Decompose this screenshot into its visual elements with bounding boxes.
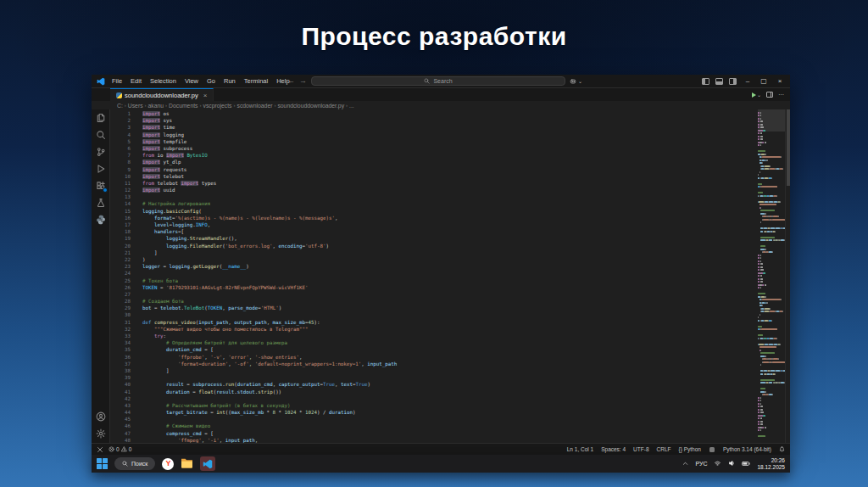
language-indicator[interactable]: РУС <box>695 461 707 467</box>
tab-close-icon[interactable]: × <box>203 92 208 99</box>
split-editor-button[interactable] <box>766 92 773 98</box>
code-line[interactable]: 2import sys <box>110 117 758 124</box>
close-button[interactable]: × <box>775 78 785 85</box>
code-line[interactable]: 16 format='%(asctime)s - %(name)s - %(le… <box>110 215 758 221</box>
extensions-icon[interactable] <box>95 180 107 192</box>
run-python-file-button[interactable]: ⌄ <box>752 92 761 98</box>
code-line[interactable]: 47 compress_cmd = [ <box>110 430 758 437</box>
code-line[interactable]: 1import os <box>110 110 758 117</box>
code-line[interactable]: 15logging.basicConfig( <box>110 208 758 215</box>
code-line[interactable]: 10import telebot <box>110 173 758 180</box>
code-line[interactable]: 20 logging.FileHandler('bot_errors.log',… <box>110 243 758 249</box>
code-line[interactable]: 25# Токен бота <box>110 277 758 284</box>
breadcrumb-item[interactable]: ... <box>349 103 354 109</box>
battery-icon[interactable] <box>742 461 750 467</box>
menu-item-view[interactable]: View <box>181 76 202 87</box>
toggle-panel-button[interactable] <box>715 78 723 85</box>
code-line[interactable]: 8import yt_dlp <box>110 159 758 165</box>
menu-item-selection[interactable]: Selection <box>147 76 180 87</box>
back-arrow-icon[interactable]: ← <box>287 77 295 85</box>
code-line[interactable]: 23logger = logging.getLogger(__name__) <box>110 263 758 270</box>
minimize-button[interactable]: – <box>743 78 753 85</box>
code-line[interactable]: 11from telebot import types <box>110 180 758 187</box>
code-line[interactable]: 17 level=logging.INFO, <box>110 221 758 228</box>
code-line[interactable]: 14# Настройка логирования <box>110 200 758 207</box>
breadcrumb-item[interactable]: Users <box>128 103 143 109</box>
menu-item-go[interactable]: Go <box>203 76 219 87</box>
settings-gear-icon[interactable] <box>95 428 107 439</box>
code-line[interactable]: 26TOKEN = '8179293101:AAGvLgt-82rNEvpnFQ… <box>110 284 758 291</box>
menu-item-file[interactable]: File <box>108 76 125 87</box>
maximize-button[interactable]: ▢ <box>759 78 769 85</box>
tray-chevron-up-icon[interactable] <box>682 461 688 467</box>
code-line[interactable]: 19 logging.StreamHandler(), <box>110 235 758 242</box>
toggle-secondary-sidebar-button[interactable] <box>729 78 737 85</box>
editor[interactable]: 1import os2import sys3import time4import… <box>110 109 758 443</box>
code-line[interactable]: 5import tempfile <box>110 138 758 145</box>
code-line[interactable]: 36 'ffprobe', '-v', 'error', '-show_entr… <box>110 354 758 361</box>
taskbar-search[interactable]: Поиск <box>114 457 155 470</box>
breadcrumb-item[interactable]: scdownloader <box>236 103 272 109</box>
code-line[interactable]: 35 duration_cmd = [ <box>110 346 758 353</box>
code-line[interactable]: 13 <box>110 193 758 200</box>
file-explorer-icon[interactable] <box>181 456 193 472</box>
minimap[interactable] <box>758 109 785 443</box>
code-line[interactable]: 29bot = telebot.TeleBot(TOKEN, parse_mod… <box>110 305 758 311</box>
breadcrumb-item[interactable]: soundclouddownloader.py <box>277 103 344 109</box>
start-button[interactable] <box>97 458 108 469</box>
code-line[interactable]: 41 duration = float(result.stdout.strip(… <box>110 389 758 395</box>
code-line[interactable]: 44 target_bitrate = int((max_size_mb * 8… <box>110 409 758 416</box>
code-line[interactable]: 39 <box>110 374 758 381</box>
code-line[interactable]: 18 handlers=[ <box>110 228 758 235</box>
formatter-button[interactable] <box>709 446 715 453</box>
encoding-button[interactable]: UTF-8 <box>633 446 648 452</box>
wifi-icon[interactable] <box>714 460 721 467</box>
forward-arrow-icon[interactable]: → <box>299 77 307 85</box>
code-line[interactable]: 22) <box>110 256 758 263</box>
menu-item-edit[interactable]: Edit <box>127 76 145 87</box>
toggle-sidebar-button[interactable] <box>702 78 709 85</box>
code-line[interactable]: 3import time <box>110 124 758 131</box>
search-icon[interactable] <box>95 129 107 141</box>
code-line[interactable]: 31def compress_video(input_path, output_… <box>110 319 758 326</box>
problems-button[interactable]: 0 0 <box>108 446 131 452</box>
breadcrumb-item[interactable]: akanu <box>148 103 164 109</box>
cursor-position-button[interactable]: Ln 1, Col 1 <box>567 446 593 452</box>
code-line[interactable]: 46 # Сжимаем видео <box>110 423 758 429</box>
command-center-search[interactable]: Search <box>311 76 565 86</box>
python-interpreter-button[interactable]: Python 3.14 (64-bit) <box>723 446 771 452</box>
breadcrumb[interactable]: C:›Users›akanu›Documents›vscprojects›scd… <box>92 101 790 109</box>
python-extension-icon[interactable] <box>95 214 107 226</box>
taskbar-clock[interactable]: 20:26 18.12.2025 <box>757 457 785 471</box>
code-line[interactable]: 24 <box>110 270 758 277</box>
eol-button[interactable]: CRLF <box>657 446 671 452</box>
code-line[interactable]: 33 try: <box>110 333 758 339</box>
volume-icon[interactable] <box>728 460 735 467</box>
code-line[interactable]: 30 <box>110 311 758 318</box>
run-debug-icon[interactable] <box>95 163 107 175</box>
code-line[interactable]: 12import uuid <box>110 187 758 193</box>
code-line[interactable]: 21 ] <box>110 249 758 256</box>
remote-indicator-button[interactable] <box>97 446 103 453</box>
code-line[interactable]: 34 # Определяем битрейт для целевого раз… <box>110 339 758 346</box>
code-line[interactable]: 43 # Рассчитываем битрейт (в битах в сек… <box>110 402 758 409</box>
yandex-browser-icon[interactable]: Y <box>162 458 174 470</box>
code-line[interactable]: 6import subprocess <box>110 145 758 152</box>
code-line[interactable]: 4import logging <box>110 132 758 138</box>
code-line[interactable]: 27 <box>110 291 758 298</box>
source-control-icon[interactable] <box>95 146 107 158</box>
code-line[interactable]: 48 'ffmpeg', '-i', input_path, <box>110 437 758 443</box>
language-mode-button[interactable]: {} Python <box>679 446 701 452</box>
breadcrumb-item[interactable]: Documents <box>169 103 198 109</box>
vscode-taskbar-icon[interactable] <box>200 456 215 471</box>
notifications-button[interactable] <box>779 446 785 452</box>
code-line[interactable]: 7from io import BytesIO <box>110 152 758 159</box>
breadcrumb-item[interactable]: vscprojects <box>203 103 231 109</box>
code-line[interactable]: 45 <box>110 416 758 423</box>
code-line[interactable]: 37 'format=duration', '-of', 'default=no… <box>110 361 758 367</box>
code-line[interactable]: 38 ] <box>110 367 758 374</box>
editor-scrollbar[interactable] <box>785 109 790 443</box>
account-icon[interactable] <box>95 411 107 423</box>
code-line[interactable]: 9import requests <box>110 166 758 173</box>
copilot-button[interactable]: ⌄ <box>570 78 582 85</box>
